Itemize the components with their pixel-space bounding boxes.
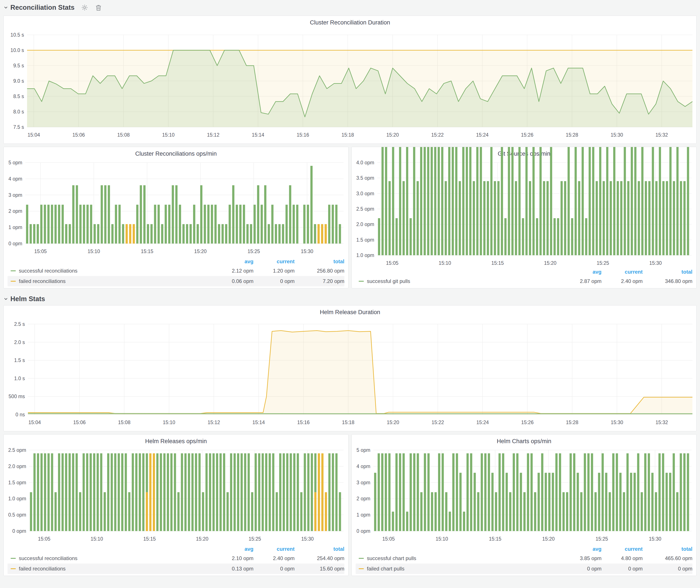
y-tick-label: 0.5 opm <box>8 512 26 518</box>
legend-header-avg[interactable]: avg <box>212 258 253 265</box>
y-tick-label: 5 opm <box>8 160 22 165</box>
legend-value-total: 254.40 opm <box>295 555 344 561</box>
legend-header-current[interactable]: current <box>602 546 643 552</box>
panel-cluster-reconciliation-duration: Cluster Reconciliation Duration 7.5 s8.0… <box>3 16 697 144</box>
y-tick-label: 2.0 opm <box>8 464 26 469</box>
legend-series-label[interactable]: successful reconciliations <box>8 555 212 561</box>
section-title: Helm Stats <box>10 295 45 303</box>
y-tick-label: 1.5 opm <box>356 237 374 243</box>
y-tick-label: 2.0 s <box>14 339 25 345</box>
x-tick-label: 15:15 <box>141 249 153 254</box>
series-label-text: successful reconciliations <box>19 268 77 274</box>
y-tick-label: 3.5 opm <box>356 175 374 181</box>
y-tick-label: 1.0 opm <box>8 496 26 501</box>
y-tick-label: 0 ns <box>16 412 25 417</box>
trash-icon[interactable] <box>95 4 102 11</box>
x-tick-label: 15:10 <box>435 536 448 542</box>
legend-value-total: 256.80 opm <box>295 268 344 274</box>
section-title: Reconciliation Stats <box>10 4 74 11</box>
legend-value-avg: 0.13 opm <box>212 566 253 572</box>
section-toggle-reconciliation[interactable]: Reconciliation Stats <box>3 4 74 11</box>
chart-cluster-reconciliation-duration[interactable]: 7.5 s8.0 s8.5 s9.0 s9.5 s10.0 s10.5 s15:… <box>4 16 696 144</box>
legend-helm-charts: avgcurrenttotalsuccessful chart pulls3.8… <box>356 545 692 574</box>
legend-header-row: avgcurrenttotal <box>8 257 344 266</box>
panel-helm-releases: Helm Releases ops/min 0 opm0.5 opm1.0 op… <box>3 434 348 576</box>
legend-series-label[interactable]: successful reconciliations <box>8 268 212 274</box>
series-color-swatch-icon <box>11 270 16 271</box>
x-tick-label: 15:30 <box>611 420 623 425</box>
legend-header-total[interactable]: total <box>643 269 692 275</box>
legend-value-avg: 0 opm <box>560 566 602 572</box>
y-tick-label: 10.5 s <box>10 32 24 38</box>
series-color-swatch-icon <box>359 281 364 282</box>
panel-cluster-reconciliations: Cluster Reconciliations ops/min 0 opm1 o… <box>3 147 348 288</box>
legend-header-total[interactable]: total <box>643 546 692 552</box>
x-tick-label: 15:20 <box>386 132 399 138</box>
legend-header-avg[interactable]: avg <box>560 546 602 552</box>
x-tick-label: 15:30 <box>649 536 661 542</box>
chevron-down-icon <box>3 5 8 10</box>
x-tick-label: 15:22 <box>432 420 444 425</box>
x-tick-label: 15:06 <box>73 420 86 425</box>
legend-header-current[interactable]: current <box>253 546 295 552</box>
legend-header-avg[interactable]: avg <box>560 269 602 275</box>
legend-value-total: 7.20 opm <box>295 278 344 284</box>
y-tick-label: 8.5 s <box>13 94 24 99</box>
y-tick-label: 3.0 opm <box>356 191 374 196</box>
x-tick-label: 15:28 <box>566 420 579 425</box>
legend-series-label[interactable]: failed chart pulls <box>356 566 560 572</box>
x-tick-label: 15:08 <box>117 132 130 138</box>
y-tick-label: 2.0 opm <box>356 221 374 227</box>
y-tick-label: 8.0 s <box>13 109 24 115</box>
y-tick-label: 2.5 opm <box>8 447 26 453</box>
legend-series-label[interactable]: failed reconciliations <box>8 278 212 284</box>
panel-git-sources: Git Sources ops/min 1.0 opm1.5 opm2.0 op… <box>352 147 697 288</box>
y-tick-label: 2.5 opm <box>356 206 374 212</box>
legend-value-total: 346.80 opm <box>643 278 692 284</box>
x-tick-label: 15:20 <box>542 536 555 542</box>
x-tick-label: 15:20 <box>194 249 207 254</box>
series-color-swatch-icon <box>359 558 364 559</box>
y-tick-label: 2 opm <box>8 208 22 214</box>
legend-value-avg: 2.12 opm <box>212 268 253 274</box>
x-tick-label: 15:30 <box>649 260 662 266</box>
x-tick-label: 15:30 <box>301 536 314 542</box>
legend-value-avg: 0.06 opm <box>212 278 253 284</box>
series-color-swatch-icon <box>11 558 16 559</box>
legend-header-avg[interactable]: avg <box>212 546 253 552</box>
legend-header-current[interactable]: current <box>602 269 643 275</box>
x-tick-label: 15:05 <box>386 260 398 266</box>
x-tick-label: 15:16 <box>297 420 310 425</box>
series-color-swatch-icon <box>11 281 16 282</box>
legend-header-current[interactable]: current <box>253 258 295 265</box>
x-tick-label: 15:10 <box>87 249 100 254</box>
chart-helm-release-duration[interactable]: 0 ns500 ms1.0 s1.5 s2.0 s2.5 s15:0415:06… <box>4 305 696 431</box>
legend-header-row: avgcurrenttotal <box>8 545 344 553</box>
y-tick-label: 7.5 s <box>13 124 24 130</box>
y-tick-label: 3 opm <box>8 192 22 198</box>
dashboard: Reconciliation Stats Cluster Reconciliat… <box>0 0 700 579</box>
y-tick-label: 1.5 s <box>14 357 25 363</box>
gear-icon[interactable] <box>81 4 88 11</box>
x-tick-label: 15:06 <box>73 132 85 138</box>
y-tick-label: 4 opm <box>8 176 22 182</box>
legend-series-label[interactable]: successful git pulls <box>356 278 560 284</box>
y-tick-label: 500 ms <box>9 394 25 399</box>
x-tick-label: 15:14 <box>252 420 265 425</box>
legend-value-current: 4.80 opm <box>602 555 643 561</box>
x-tick-label: 15:26 <box>521 420 534 425</box>
section-toggle-helm[interactable]: Helm Stats <box>3 295 45 303</box>
legend-helm-releases: avgcurrenttotalsuccessful reconciliation… <box>8 545 344 574</box>
legend-series-label[interactable]: successful chart pulls <box>356 555 560 561</box>
x-tick-label: 15:24 <box>476 420 489 425</box>
y-tick-label: 4 opm <box>356 464 370 469</box>
x-tick-label: 15:32 <box>655 420 668 425</box>
legend-header-total[interactable]: total <box>295 546 344 552</box>
legend-header-total[interactable]: total <box>295 258 344 265</box>
legend-value-current: 2.40 opm <box>253 555 295 561</box>
x-tick-label: 15:10 <box>162 132 175 138</box>
legend-series-label[interactable]: failed reconciliations <box>8 566 212 572</box>
x-tick-label: 15:24 <box>476 132 489 138</box>
x-tick-label: 15:05 <box>382 536 395 542</box>
chart-git-sources[interactable]: 1.0 opm1.5 opm2.0 opm2.5 opm3.0 opm3.5 o… <box>352 147 696 288</box>
